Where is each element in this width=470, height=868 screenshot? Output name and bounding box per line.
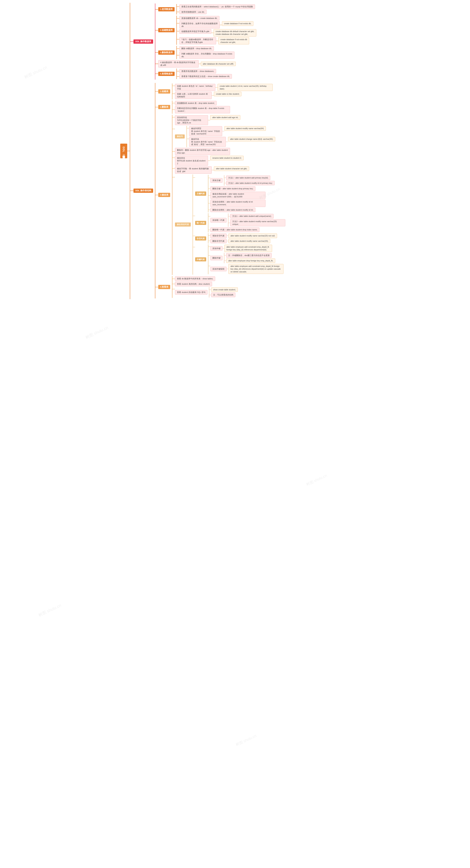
add-uk-label: 添加唯一约束 [210, 218, 227, 222]
pk-label: 主键约束 [195, 191, 206, 195]
root-connector [127, 151, 130, 151]
ddl-db-label: DDL 操作数据库 [134, 39, 153, 44]
dt-2: 判断表是否存在并删除 student 表－drop table if exist… [175, 106, 230, 113]
use-db-subs: 查看正在使用的数据库－select database();－ ps: 使用的一个… [176, 4, 255, 14]
alter-table-label: 3.修改表 [158, 193, 170, 197]
use-db-desc2: 使用/切换数据库－use db; [179, 10, 206, 14]
root-node-wrapper: DDL 操作数据库/表 [120, 144, 127, 158]
add-col-code: alter table student add age int; [210, 115, 240, 120]
ct-1-code: create table student ( id int, name varc… [217, 84, 273, 91]
create-db-label: 2.创建数据库 [158, 28, 175, 32]
ct-1-desc: 创建 student 表包含 `id`,`name`,`birthday` 字段 [175, 84, 215, 91]
show-db-1: 查看所有的数据库－show databases; [179, 69, 216, 73]
drop-db-2: 判断 db数据库 存在，存在再删除－drop database if exist… [179, 52, 234, 59]
add-auto-inc: 添加自动增长－alter table student modify id int… [210, 199, 265, 207]
use-db-branch: 1.使用数据库 查看正在使用的数据库－select database();－ p… [155, 4, 256, 14]
modify-col-label: 修改列 [175, 134, 185, 138]
drop-table-branch: 2.删除表 直接删除表 student 表－drop table student… [155, 100, 286, 114]
rename-desc: 修改表名将学生表 student 改名成 student 2 [175, 156, 208, 166]
charset-code: alter table student character set gbk; [214, 166, 249, 171]
alter-table-branch: 3.修改表 添加表列名为学生表添加一个新的字段 age，类型为 int alte… [155, 115, 286, 275]
drop-db-1: 删除 db数据库－drop database db; [179, 46, 214, 51]
st-2: 查看 student 表的结构－desc student; [175, 282, 212, 286]
fk-label: 外键约束 [195, 257, 206, 261]
b1-inner: DDL 操作数据库 1.使用数据库 查看正在使用的数据库－select data… [134, 3, 256, 80]
show-table-branch: 4.查看表 查看 db 数据库中的所有表－show tables; 查看 stu… [155, 276, 286, 298]
add-pk-m2: 方法2－alter table student modify id int pr… [226, 181, 274, 185]
page-container: DDL 操作数据库/表 DDL 操作数据库 1.使用数据库 [117, 0, 353, 302]
add-pk-m1: 方法1－alter table student add primary key(… [226, 176, 270, 180]
dt-1: 直接删除表 student 表－drop table student; [175, 101, 216, 105]
show-db-label: 5.查看数据库 [158, 72, 175, 76]
create-db-branch: 2.创建数据库 直接创建数据库 db－create database db; [155, 16, 256, 45]
cascade-fk-label: 添加外键级联 [210, 267, 227, 271]
add-uk-m2: 方法2－alter table student modify name varc… [230, 219, 285, 226]
create-db-subs: 直接创建数据库 db－create database db; 判断是否存在，如果… [176, 16, 256, 45]
add-nn-label: 增加非空约束 [210, 234, 227, 238]
drop-table-label: 2.删除表 [158, 105, 170, 109]
nn-label: 非空约束 [195, 237, 206, 241]
branch-ddl-database: DDL 操作数据库 1.使用数据库 查看正在使用的数据库－select data… [130, 3, 350, 80]
alter-db-branch: 4.修改数据库－将 db 数据库的字符集改成 utf8 alter databa… [155, 60, 256, 67]
b1-conn [130, 41, 134, 42]
create-db-2-desc: 判断是否存在，如果不存在则创建数据库 db [179, 21, 220, 28]
use-db-label: 1.使用数据库 [158, 7, 175, 11]
add-pk-label: 添加主键 [210, 178, 223, 183]
constraint-label: 修改表的约束 [175, 222, 191, 226]
show-db-branch: 5.查看数据库 查看所有的数据库－show databases; 查看某个数据库… [155, 69, 256, 79]
rename-code: rename table student to student 2; [210, 156, 243, 160]
drop-nn-label: 删除非空约束 [210, 239, 227, 243]
drop-nn-code: alter table student modify name varchar(… [228, 239, 270, 243]
auto-inc-start: 修改自增起始值－alter table student auto_increme… [210, 192, 265, 199]
mind-map-root: DDL 操作数据库/表 DDL 操作数据库 1.使用数据库 [120, 3, 350, 299]
ct-2-code: create table s1 like student; [214, 92, 241, 96]
charset-desc: 修改字符集－将 student 表的编码修改成 `gbk` [175, 166, 212, 174]
create-db-2-row: 判断是否存在，如果不存在则创建数据库 db create database if… [179, 21, 253, 28]
alter-db-code: alter database db character set utf8; [201, 62, 236, 66]
mod-name-desc: 修改列名将 student 表中的 `name` 字段名改成 '姓名'，类型 `… [189, 137, 226, 147]
use-db-desc1: 查看正在使用的数据库－select database();－ ps: 使用的一个… [179, 4, 255, 9]
st-3a: show create table student; [211, 287, 238, 292]
drop-uk: 删除唯一约束－alter table student drop index na… [210, 227, 259, 232]
create-db-1: 直接创建数据库 db－create database db; [179, 16, 219, 21]
main-branches: DDL 操作数据库 1.使用数据库 查看正在使用的数据库－select data… [130, 3, 350, 299]
drop-fk-code: alter table employee drop foreign key em… [226, 258, 275, 263]
cascade-fk-code: alter table employee add constraint emp_… [228, 264, 284, 274]
ddl-table-label: DDL 操作表结构 [134, 189, 153, 193]
create-db-4-desc: * 练习：创建db数据库，判断是否存在，并制定字符集为gbk [179, 37, 216, 44]
show-table-label: 4.查看表 [158, 285, 170, 289]
drop-auto-inc: 删除自动增长－alter table student modify id int… [210, 208, 255, 212]
drop-pk: 删除主键－alter table student drop primary ke… [210, 186, 255, 191]
branch-ddl-table: DDL 操作表结构 1.创建表 创建 student 表包含 `id`,`nam… [130, 83, 350, 299]
branch-gap [130, 80, 350, 82]
show-db-2: 查看某个数据库的定义信息－show create database db; [179, 74, 232, 79]
create-db-3-code: create database db default character set… [213, 29, 256, 36]
add-uk-m1: 方法1－alter table student add unique(name)… [230, 214, 273, 218]
mod-name-code: alter table student change name 姓名 varch… [228, 137, 275, 142]
add-fk-label: 添加外键 [210, 246, 223, 251]
drop-col-desc: 删除列－删除 student 表中的字段 age－alter table stu… [175, 148, 230, 155]
drop-db-label: 3.删除数据库 [158, 51, 175, 55]
drop-db-branch: 3.删除数据库 删除 db数据库－drop database db; 判断 db… [155, 46, 256, 59]
ct-2-desc: 创建 s1表，s1表 结构和 student 表结构相同 [175, 92, 212, 99]
add-fk-code: alter table employee add constraint emp_… [224, 245, 272, 252]
create-db-3-desc: 创建数据库并指定字符集为 gbk [179, 29, 211, 34]
alter-db-desc: 4.修改数据库－将 db 数据库的字符集改成 utf8 [158, 60, 199, 67]
root-label: DDL 操作数据库/表 [120, 144, 127, 158]
create-db-4-code: create database if not exists dbcharacte… [218, 37, 249, 44]
add-nn-code: alter table student modify name varchar(… [228, 234, 277, 238]
mod-type-desc: 修改列类型将 student 表中的 `name` 字段的改成 `varchar… [189, 126, 222, 136]
st-1: 查看 db 数据库中的所有表－show tables; [175, 276, 215, 281]
create-table-label: 1.创建表 [158, 89, 170, 94]
create-table-branch: 1.创建表 创建 student 表包含 `id`,`name`,`birthd… [155, 84, 286, 99]
drop-fk-note: 注：外键删除后，dos窗口显示的信息不会更新 [226, 253, 272, 258]
mod-type-code: alter table student modify name varchar(… [224, 126, 266, 131]
st-3-desc: 查看 student 的创建表 SQL 语句 [175, 290, 207, 294]
add-col-desc: 添加表列名为学生表添加一个新的字段 age，类型为 int [175, 115, 208, 125]
st-3b: 注：可以查看表的结构 [211, 292, 235, 297]
ddl-db-children: 1.使用数据库 查看正在使用的数据库－select database();－ p… [155, 3, 256, 80]
drop-fk-label: 删除外键 [210, 256, 223, 260]
create-db-2-code: create database if not exists db; [222, 21, 253, 26]
uk-label: 唯一约束 [195, 221, 206, 225]
